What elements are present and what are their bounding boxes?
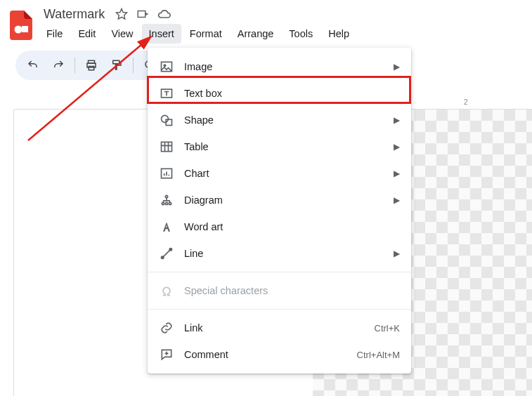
svg-point-16	[165, 202, 167, 204]
divider	[74, 58, 75, 73]
menu-insert[interactable]: Insert	[142, 24, 181, 44]
svg-point-17	[169, 202, 171, 204]
dropdown-item-label: Special characters	[184, 285, 400, 296]
svg-rect-12	[162, 142, 172, 151]
dropdown-separator	[148, 272, 411, 272]
dropdown-item-table[interactable]: Table ▶	[148, 133, 411, 160]
chart-icon	[159, 166, 174, 181]
chevron-right-icon: ▶	[394, 169, 400, 178]
link-icon	[159, 320, 174, 336]
dropdown-item-label: Link	[184, 322, 365, 334]
diagram-icon	[159, 192, 174, 208]
dropdown-item-link[interactable]: Link Ctrl+K	[148, 315, 411, 341]
textbox-icon	[159, 86, 174, 101]
svg-rect-5	[113, 60, 119, 64]
toolbar	[15, 51, 167, 80]
dropdown-item-diagram[interactable]: Diagram ▶	[148, 187, 411, 213]
chevron-right-icon: ▶	[394, 142, 400, 152]
dropdown-item-label: Line	[184, 248, 384, 259]
star-icon[interactable]	[115, 7, 129, 21]
svg-point-15	[162, 202, 164, 204]
shape-icon	[159, 112, 174, 128]
dropdown-item-label: Comment	[184, 349, 347, 360]
menu-edit[interactable]: Edit	[71, 24, 103, 44]
dropdown-item-label: Shape	[184, 114, 384, 126]
svg-point-0	[15, 26, 22, 34]
menu-format[interactable]: Format	[183, 24, 229, 44]
undo-button[interactable]	[21, 53, 45, 77]
chevron-right-icon: ▶	[394, 249, 400, 258]
svg-rect-1	[22, 26, 28, 32]
ruler-vertical[interactable]	[3, 110, 14, 396]
title-row: Watermark	[38, 4, 356, 24]
shortcut-label: Ctrl+Alt+M	[357, 350, 400, 360]
dropdown-item-wordart[interactable]: Word art	[148, 213, 411, 240]
dropdown-item-textbox[interactable]: Text box	[148, 80, 411, 107]
dropdown-item-comment[interactable]: Comment Ctrl+Alt+M	[148, 341, 411, 368]
wordart-icon	[159, 219, 174, 235]
menubar: File Edit View Insert Format Arrange Too…	[38, 24, 356, 44]
dropdown-item-label: Diagram	[184, 194, 384, 206]
document-title[interactable]: Watermark	[41, 6, 108, 23]
dropdown-item-label: Text box	[184, 88, 400, 99]
menu-file[interactable]: File	[39, 24, 70, 44]
menu-arrange[interactable]: Arrange	[231, 24, 281, 44]
cloud-icon[interactable]	[157, 7, 171, 21]
insert-dropdown: Image ▶ Text box Shape ▶ Table ▶ Chart ▶…	[148, 48, 411, 374]
chevron-right-icon: ▶	[394, 115, 400, 125]
dropdown-separator	[148, 309, 411, 310]
move-icon[interactable]	[136, 7, 150, 21]
omega-icon	[159, 283, 174, 298]
dropdown-item-label: Table	[184, 141, 384, 152]
dropdown-item-shape[interactable]: Shape ▶	[148, 107, 411, 133]
chevron-right-icon: ▶	[394, 62, 400, 72]
svg-point-8	[164, 65, 166, 67]
app-logo[interactable]	[8, 8, 34, 42]
image-icon	[159, 59, 174, 74]
dropdown-item-label: Image	[184, 61, 384, 72]
svg-point-19	[169, 249, 171, 251]
table-icon	[159, 139, 174, 154]
dropdown-item-label: Word art	[184, 221, 400, 232]
svg-point-10	[162, 115, 169, 122]
line-icon	[159, 246, 174, 261]
shortcut-label: Ctrl+K	[375, 323, 400, 334]
ruler-mark: 2	[464, 98, 468, 106]
menu-tools[interactable]: Tools	[282, 24, 320, 44]
app-header: Watermark File Edit View Insert Format A…	[0, 0, 532, 44]
dropdown-item-label: Chart	[184, 168, 384, 179]
svg-point-14	[165, 195, 167, 197]
print-button[interactable]	[79, 53, 103, 77]
menu-help[interactable]: Help	[321, 24, 356, 44]
dropdown-item-image[interactable]: Image ▶	[148, 53, 411, 80]
paint-format-button[interactable]	[105, 53, 129, 77]
menu-view[interactable]: View	[104, 24, 140, 44]
chevron-right-icon: ▶	[394, 195, 400, 205]
dropdown-item-chart[interactable]: Chart ▶	[148, 160, 411, 187]
redo-button[interactable]	[46, 53, 70, 77]
dropdown-item-line[interactable]: Line ▶	[148, 240, 411, 267]
divider	[133, 58, 134, 73]
comment-icon	[159, 347, 174, 362]
title-area: Watermark File Edit View Insert Format A…	[38, 4, 356, 44]
dropdown-item-special-characters: Special characters	[148, 277, 411, 304]
svg-point-18	[162, 256, 164, 258]
